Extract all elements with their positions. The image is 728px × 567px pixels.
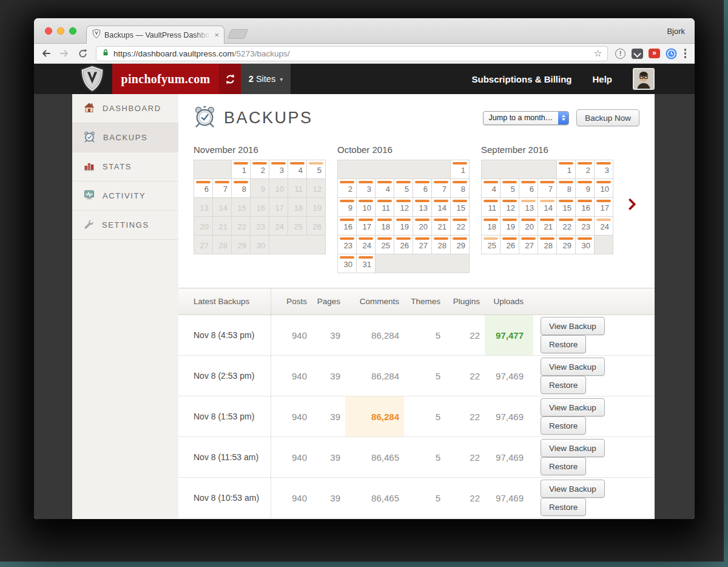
browser-tab[interactable]: Backups — VaultPress Dashbo × <box>86 25 224 44</box>
new-tab-button[interactable] <box>228 29 248 39</box>
calendar-day[interactable]: 8 <box>557 179 576 198</box>
calendar-day[interactable]: 23 <box>576 217 595 236</box>
calendar-day[interactable]: 21 <box>538 217 557 236</box>
calendar-day[interactable]: 19 <box>500 217 519 236</box>
calendar-day[interactable]: 9 <box>338 198 357 217</box>
calendar-day[interactable]: 26 <box>394 236 413 254</box>
refresh-site-icon[interactable] <box>219 64 241 94</box>
user-avatar[interactable] <box>633 68 655 90</box>
calendar-day[interactable]: 20 <box>413 217 432 236</box>
calendar-day[interactable]: 9 <box>576 179 595 198</box>
calendar-day[interactable]: 12 <box>394 198 413 217</box>
jump-to-month-select[interactable]: Jump to a month… <box>483 111 570 125</box>
calendar-day[interactable]: 4 <box>288 160 307 179</box>
calendar-day[interactable]: 3 <box>357 179 376 198</box>
calendar-day[interactable]: 5 <box>500 179 519 198</box>
calendar-day[interactable]: 6 <box>194 179 213 198</box>
sites-dropdown[interactable]: 2Sites▾ <box>241 64 291 94</box>
subscriptions-billing-link[interactable]: Subscriptions & Billing <box>471 64 571 94</box>
calendar-day[interactable]: 24 <box>357 236 376 254</box>
calendar-day[interactable]: 14 <box>432 198 451 217</box>
close-window-button[interactable] <box>45 27 52 35</box>
calendar-day[interactable]: 12 <box>500 198 519 217</box>
calendar-day[interactable]: 27 <box>413 236 432 254</box>
calendar-day[interactable]: 16 <box>338 217 357 236</box>
sidebar-item-activity[interactable]: ACTIVITY <box>72 182 178 211</box>
browser-profile-name[interactable]: Bjork <box>667 27 685 36</box>
calendar-day[interactable]: 18 <box>376 217 394 236</box>
calendar-day[interactable]: 22 <box>451 217 470 236</box>
extension-alert-icon[interactable]: ! <box>614 47 627 60</box>
calendar-day[interactable]: 28 <box>432 236 451 254</box>
sidebar-item-stats[interactable]: STATS <box>72 152 178 182</box>
minimize-window-button[interactable] <box>57 27 64 35</box>
extension-history-clock-icon[interactable] <box>665 47 678 60</box>
calendar-day[interactable]: 2 <box>251 160 269 179</box>
calendar-day[interactable]: 5 <box>394 179 413 198</box>
calendar-day[interactable]: 10 <box>595 179 613 198</box>
calendar-day[interactable]: 28 <box>538 236 557 254</box>
calendar-day[interactable]: 7 <box>432 179 451 198</box>
calendar-day[interactable]: 4 <box>482 179 500 198</box>
calendar-day[interactable]: 15 <box>557 198 576 217</box>
calendar-day[interactable]: 18 <box>482 217 500 236</box>
browser-menu-icon[interactable] <box>682 49 689 58</box>
calendar-day[interactable]: 2 <box>338 179 357 198</box>
restore-button[interactable]: Restore <box>541 498 586 516</box>
calendar-day[interactable]: 29 <box>451 236 470 254</box>
calendar-day[interactable]: 20 <box>519 217 538 236</box>
zoom-window-button[interactable] <box>69 27 76 35</box>
sidebar-item-backups[interactable]: BACKUPS <box>72 123 178 152</box>
help-link[interactable]: Help <box>592 64 612 94</box>
restore-button[interactable]: Restore <box>541 457 586 475</box>
view-backup-button[interactable]: View Backup <box>541 317 605 335</box>
calendar-day[interactable]: 3 <box>269 160 288 179</box>
calendar-day[interactable]: 7 <box>538 179 557 198</box>
tab-close-icon[interactable]: × <box>214 31 219 39</box>
current-site-name[interactable]: pinchofyum.com <box>112 64 219 94</box>
calendar-day[interactable]: 1 <box>451 160 470 179</box>
calendar-day[interactable]: 25 <box>376 236 394 254</box>
extension-pocket-icon[interactable] <box>631 47 644 60</box>
calendar-day[interactable]: 8 <box>232 179 251 198</box>
calendar-day[interactable]: 1 <box>232 160 251 179</box>
calendar-day[interactable]: 26 <box>500 236 519 254</box>
view-backup-button[interactable]: View Backup <box>541 358 605 376</box>
calendar-day[interactable]: 30 <box>338 254 357 273</box>
forward-icon[interactable] <box>57 46 72 61</box>
back-icon[interactable] <box>39 46 53 61</box>
calendar-day[interactable]: 4 <box>376 179 394 198</box>
calendar-day[interactable]: 8 <box>451 179 470 198</box>
restore-button[interactable]: Restore <box>541 416 586 435</box>
calendar-day[interactable]: 10 <box>357 198 376 217</box>
calendar-day[interactable]: 5 <box>307 160 326 179</box>
vaultpress-logo-icon[interactable] <box>72 64 112 94</box>
calendar-day[interactable]: 31 <box>357 254 376 273</box>
restore-button[interactable]: Restore <box>541 335 586 353</box>
extension-fastforward-icon[interactable]: » <box>648 47 661 60</box>
calendar-day[interactable]: 24 <box>595 217 613 236</box>
calendar-day[interactable]: 7 <box>213 179 232 198</box>
view-backup-button[interactable]: View Backup <box>541 480 605 498</box>
sidebar-item-settings[interactable]: SETTINGS <box>72 211 178 240</box>
bookmark-star-icon[interactable]: ☆ <box>593 49 602 58</box>
calendar-day[interactable]: 25 <box>482 236 500 254</box>
calendar-day[interactable]: 16 <box>576 198 595 217</box>
calendar-day[interactable]: 1 <box>557 160 576 179</box>
calendar-day[interactable]: 21 <box>432 217 451 236</box>
address-bar[interactable]: https://dashboard.vaultpress.com/5273/ba… <box>96 46 608 61</box>
calendar-day[interactable]: 13 <box>519 198 538 217</box>
calendar-day[interactable]: 15 <box>451 198 470 217</box>
calendar-day[interactable]: 29 <box>557 236 576 254</box>
calendar-day[interactable]: 17 <box>595 198 613 217</box>
calendar-day[interactable]: 13 <box>413 198 432 217</box>
calendar-day[interactable]: 11 <box>482 198 500 217</box>
calendar-day[interactable]: 27 <box>519 236 538 254</box>
restore-button[interactable]: Restore <box>541 376 586 394</box>
next-month-arrow-icon[interactable] <box>628 198 636 213</box>
calendar-day[interactable]: 2 <box>576 160 595 179</box>
calendar-day[interactable]: 23 <box>338 236 357 254</box>
calendar-day[interactable]: 19 <box>394 217 413 236</box>
calendar-day[interactable]: 14 <box>538 198 557 217</box>
calendar-day[interactable]: 11 <box>376 198 394 217</box>
